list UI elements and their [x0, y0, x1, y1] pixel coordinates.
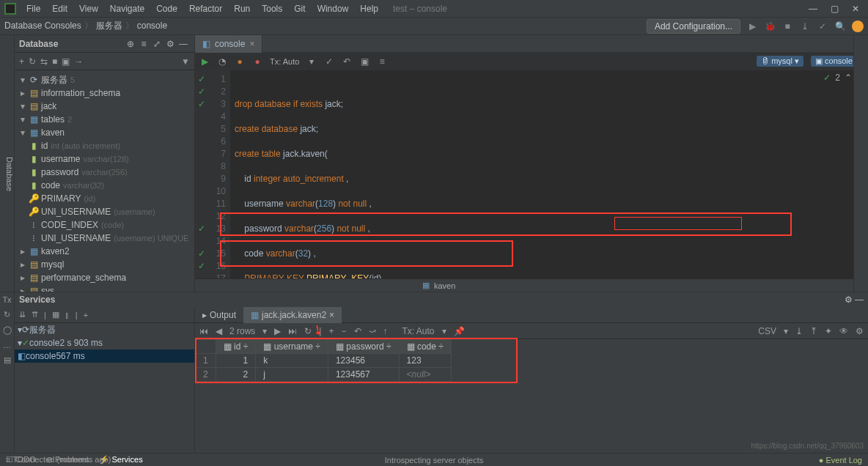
event-log[interactable]: ● Event Log — [819, 456, 862, 465]
target-icon[interactable]: ⊕ — [124, 39, 137, 49]
function-breadcrumb: ▦kaven — [195, 278, 868, 292]
revert-icon[interactable]: ↶ — [354, 326, 361, 336]
list-icon[interactable]: ≡ — [137, 39, 150, 49]
add-icon[interactable]: + — [19, 56, 24, 67]
upload-icon[interactable]: ⤒ — [810, 326, 817, 336]
expand-all-icon[interactable]: ⇊ — [19, 310, 26, 319]
more-icon[interactable]: … — [3, 341, 11, 350]
run-icon[interactable]: ▶ — [746, 21, 758, 32]
menu-window[interactable]: Window — [312, 4, 355, 14]
menu-run[interactable]: Run — [228, 4, 256, 14]
search-icon[interactable]: 🔍 — [834, 21, 846, 32]
tab-console[interactable]: ◧console× — [195, 35, 262, 53]
close-icon[interactable]: ✕ — [852, 4, 859, 14]
layout-icon[interactable]: ▤ — [4, 355, 11, 365]
csv-label[interactable]: CSV — [758, 326, 776, 336]
table-row[interactable]: 2 2 j 1234567 <null> — [196, 368, 452, 382]
sync-icon[interactable]: ⇆ — [40, 56, 48, 67]
add-icon[interactable]: + — [84, 311, 88, 319]
code-editor[interactable]: ✓1✓2✓3456789101112✓1314✓15✓1617 ✓2⌃⌄ dro… — [195, 70, 868, 278]
menu-help[interactable]: Help — [354, 4, 384, 14]
download-icon[interactable]: ⤓ — [795, 326, 803, 336]
last-icon[interactable]: ⏭ — [288, 326, 297, 336]
jump-icon[interactable]: ▣ — [62, 56, 70, 67]
group-icon[interactable]: ▦ — [52, 310, 59, 319]
menu-navigate[interactable]: Navigate — [104, 4, 150, 14]
tx-label[interactable]: Tx: Auto — [402, 326, 435, 336]
menu-tools[interactable]: Tools — [256, 4, 288, 14]
tx-mode[interactable]: Tx: Auto — [270, 57, 299, 66]
commit-icon[interactable]: ⤻ — [369, 326, 376, 336]
services-panel: Tx ↻ ◯ … ▤ Services⚙ — ⇊ ⇈ | ▦ ⫿ | + ▾⟳服… — [0, 292, 868, 453]
result-grid[interactable]: ➘ ▦ id ÷ ▦ username ÷ ▦ password ÷ ▦ cod… — [195, 339, 868, 382]
view-icon[interactable]: ✦ — [825, 326, 832, 336]
gear-icon[interactable]: ⚙ — [163, 39, 177, 49]
table-row[interactable]: 1 1 k 123456 123 — [196, 354, 452, 368]
rows-label[interactable]: 2 rows — [229, 326, 255, 336]
result-toolbar: ⏮ ◀ 2 rows▾ ▶ ⏭ ↻ | + − ↶ ⤻ ↑ Tx: Auto▾ … — [195, 323, 868, 339]
navigation-bar: Database Consoles〉服务器〉console Add Config… — [0, 18, 868, 35]
stop-icon[interactable]: ◯ — [3, 325, 12, 335]
tx-icon[interactable]: Tx — [2, 295, 11, 304]
layout-icon[interactable]: ⫿ — [65, 311, 70, 319]
result-tabs: ▸Output ▦jack.jack.kaven2× — [195, 307, 868, 323]
execute-icon[interactable]: ▶ — [199, 56, 210, 67]
tab-output[interactable]: ▸Output — [195, 307, 243, 323]
tab-result-table[interactable]: ▦jack.jack.kaven2× — [243, 307, 342, 323]
eye-icon[interactable]: 👁 — [839, 326, 848, 336]
debug-icon[interactable]: 🐞 — [764, 21, 776, 32]
record-icon[interactable]: ● — [252, 56, 262, 67]
go-icon[interactable]: → — [74, 56, 83, 67]
status-left: ☐ Connected (moments ago) — [6, 455, 111, 465]
explain-icon[interactable]: ● — [235, 56, 245, 67]
right-tool-rail[interactable] — [853, 35, 868, 292]
collapse-all-icon[interactable]: ⇈ — [32, 310, 38, 319]
maximize-icon[interactable]: ▢ — [831, 4, 839, 14]
expand-icon[interactable]: ⤢ — [150, 39, 163, 49]
hide-icon[interactable]: — — [177, 39, 190, 49]
database-tree[interactable]: ▾⟳服务器5 ▸▤information_schema ▾▤jack ▾▦tab… — [15, 70, 194, 292]
commit-icon[interactable]: ✓ — [324, 56, 334, 67]
remove-row-icon[interactable]: − — [341, 326, 346, 336]
breadcrumb[interactable]: Database Consoles〉服务器〉console — [4, 20, 167, 32]
stop-icon[interactable]: ■ — [781, 21, 793, 32]
close-tab-icon[interactable]: × — [329, 310, 334, 320]
git-commit-icon[interactable]: ✓ — [817, 21, 828, 32]
menu-view[interactable]: View — [73, 4, 104, 14]
menu-git[interactable]: Git — [288, 4, 311, 14]
services-left-rail: Tx ↻ ◯ … ▤ — [0, 292, 15, 453]
gear-icon[interactable]: ⚙ — [845, 295, 853, 305]
pin-icon[interactable]: 📌 — [454, 326, 465, 336]
hide-icon[interactable]: — — [855, 295, 864, 305]
services-tree[interactable]: ▾⟳服务器 ▾✓console2 s 903 ms ◧console567 ms — [15, 323, 194, 363]
close-tab-icon[interactable]: × — [249, 39, 254, 49]
minimize-icon[interactable]: — — [809, 4, 817, 14]
first-icon[interactable]: ⏮ — [199, 326, 208, 336]
refresh-icon[interactable]: ↻ — [29, 56, 36, 67]
avatar-icon[interactable] — [852, 21, 864, 32]
filter-icon[interactable]: ▼ — [181, 56, 190, 67]
menu-file[interactable]: File — [21, 4, 46, 14]
add-row-icon[interactable]: + — [328, 326, 334, 336]
timer-icon[interactable]: ◔ — [217, 56, 227, 67]
git-update-icon[interactable]: ⤓ — [799, 21, 811, 32]
wrap-icon[interactable]: ≡ — [377, 56, 387, 67]
gear-icon[interactable]: ⚙ — [856, 326, 864, 336]
dialect-pill[interactable]: 🛢 mysql ▾ — [757, 56, 803, 67]
rollback-icon[interactable]: ↶ — [342, 56, 352, 67]
prev-icon[interactable]: ◀ — [216, 326, 222, 336]
editor-tabs: ◧console× — [195, 35, 868, 53]
cancel-icon[interactable]: ▣ — [359, 56, 369, 67]
add-configuration-button[interactable]: Add Configuration... — [647, 19, 740, 34]
menu-refactor[interactable]: Refactor — [183, 4, 228, 14]
up-icon[interactable]: ↑ — [383, 326, 388, 336]
editor-area: ◧console× ▶ ◔ ● ● Tx: Auto▾ ✓ ↶ ▣ ≡ 🛢 my… — [195, 35, 868, 292]
rerun-icon[interactable]: ↻ — [4, 310, 10, 319]
watermark: https://blog.csdn.net/qq_37960603 — [751, 442, 864, 450]
menu-code[interactable]: Code — [150, 4, 183, 14]
left-tool-rail[interactable]: Database — [0, 35, 15, 292]
stop-icon[interactable]: ■ — [52, 56, 57, 67]
menu-edit[interactable]: Edit — [46, 4, 73, 14]
next-icon[interactable]: ▶ — [274, 326, 281, 336]
svg-rect-1 — [6, 4, 15, 13]
